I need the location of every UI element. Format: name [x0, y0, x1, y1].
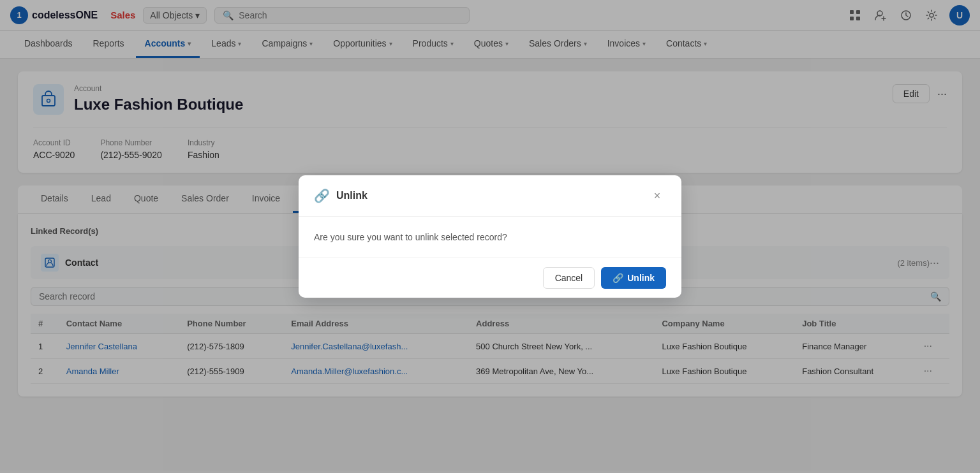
unlink-label: Unlink: [627, 273, 655, 283]
modal-close-button[interactable]: ×: [648, 187, 666, 205]
unlink-modal: 🔗 Unlink × Are you sure you want to unli…: [299, 175, 681, 298]
unlink-icon: 🔗: [612, 273, 623, 283]
cancel-button[interactable]: Cancel: [543, 267, 595, 289]
unlink-button[interactable]: 🔗 Unlink: [601, 267, 666, 289]
modal-overlay: 🔗 Unlink × Are you sure you want to unli…: [0, 0, 980, 470]
modal-header: 🔗 Unlink ×: [299, 175, 681, 217]
modal-message: Are you sure you want to unlink selected…: [314, 232, 666, 242]
modal-body: Are you sure you want to unlink selected…: [299, 217, 681, 258]
modal-footer: Cancel 🔗 Unlink: [299, 258, 681, 298]
unlink-modal-icon: 🔗: [314, 188, 330, 203]
modal-title: Unlink: [336, 190, 642, 201]
